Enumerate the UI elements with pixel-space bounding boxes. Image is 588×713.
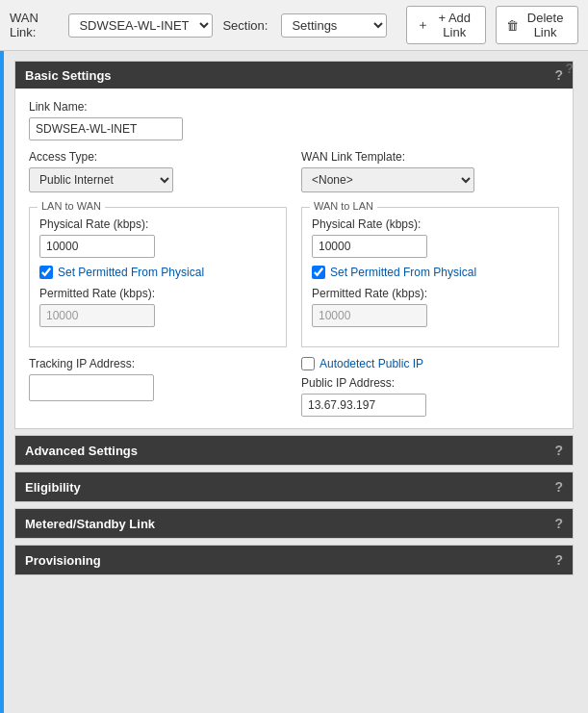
- tracking-autodetect-row: Tracking IP Address: Autodetect Public I…: [29, 357, 559, 417]
- wtl-permitted-group: Permitted Rate (kbps):: [312, 287, 549, 327]
- ltw-checkbox-row: Set Permitted From Physical: [39, 266, 276, 279]
- collapsed-label-3: Provisioning: [25, 553, 101, 568]
- top-bar: WAN Link: SDWSEA-WL-INET Section: Settin…: [0, 0, 588, 51]
- wan-template-col: WAN Link Template: <None>: [301, 150, 559, 192]
- autodetect-checkbox-row: Autodetect Public IP: [301, 357, 559, 370]
- collapsed-label-2: Metered/Standby Link: [25, 517, 155, 531]
- wan-template-label: WAN Link Template:: [301, 150, 559, 164]
- public-ip-input[interactable]: [301, 394, 426, 417]
- collapsed-label-1: Eligibility: [25, 480, 81, 495]
- lan-to-wan-col: LAN to WAN Physical Rate (kbps): Set Per…: [29, 202, 287, 347]
- collapsed-header-2[interactable]: Metered/Standby Link ?: [15, 509, 573, 538]
- wan-link-label: WAN Link:: [10, 11, 55, 39]
- basic-settings-panel: Basic Settings ? Link Name: Access Type:…: [14, 61, 574, 429]
- tracking-ip-label: Tracking IP Address:: [29, 357, 287, 370]
- autodetect-checkbox[interactable]: [301, 357, 315, 370]
- collapsed-help-2[interactable]: ?: [554, 516, 563, 531]
- bandwidth-row: LAN to WAN Physical Rate (kbps): Set Per…: [29, 202, 559, 347]
- collapsed-header-3[interactable]: Provisioning ?: [15, 546, 573, 574]
- collapsed-section-0: Advanced Settings ?: [14, 435, 574, 466]
- ltw-physical-rate-label: Physical Rate (kbps):: [39, 217, 276, 231]
- wtl-physical-rate-input[interactable]: [312, 235, 427, 258]
- wtl-checkbox-row: Set Permitted From Physical: [312, 266, 549, 279]
- collapsed-header-1[interactable]: Eligibility ?: [15, 472, 573, 501]
- section-select[interactable]: Settings: [281, 13, 387, 38]
- ltw-checkbox-label[interactable]: Set Permitted From Physical: [58, 266, 204, 279]
- access-type-select[interactable]: Public Internet: [29, 167, 173, 192]
- wtl-physical-rate-label: Physical Rate (kbps):: [312, 217, 549, 231]
- wtl-permitted-label: Permitted Rate (kbps):: [312, 287, 549, 300]
- lan-to-wan-section: LAN to WAN Physical Rate (kbps): Set Per…: [29, 207, 287, 347]
- trash-icon: 🗑: [506, 18, 519, 33]
- wtl-physical-rate-group: Physical Rate (kbps):: [312, 217, 549, 258]
- basic-settings-body: Link Name: Access Type: Public Internet …: [15, 89, 573, 428]
- wtl-permitted-input[interactable]: [312, 304, 427, 327]
- access-type-label: Access Type:: [29, 150, 287, 164]
- collapsed-help-1[interactable]: ?: [554, 479, 563, 495]
- access-template-row: Access Type: Public Internet WAN Link Te…: [29, 150, 559, 192]
- help-icon-top[interactable]: ?: [565, 61, 574, 76]
- tracking-col: Tracking IP Address:: [29, 357, 287, 417]
- wtl-checkbox-label[interactable]: Set Permitted From Physical: [330, 266, 476, 279]
- public-ip-label: Public IP Address:: [301, 376, 559, 390]
- add-link-button[interactable]: ＋ + Add Link: [406, 6, 486, 44]
- section-label: Section:: [222, 18, 268, 33]
- collapsed-sections: Advanced Settings ? Eligibility ? Metere…: [14, 435, 574, 575]
- autodetect-label[interactable]: Autodetect Public IP: [320, 357, 423, 370]
- delete-link-button[interactable]: 🗑 Delete Link: [496, 6, 578, 44]
- wan-template-select[interactable]: <None>: [301, 167, 474, 192]
- wtl-permitted-checkbox[interactable]: [312, 266, 325, 279]
- collapsed-help-0[interactable]: ?: [554, 443, 563, 458]
- basic-settings-header[interactable]: Basic Settings ?: [15, 62, 573, 89]
- lan-to-wan-legend: LAN to WAN: [38, 200, 105, 212]
- link-name-group: Link Name:: [29, 100, 559, 140]
- wan-link-select[interactable]: SDWSEA-WL-INET: [68, 13, 213, 38]
- basic-settings-help[interactable]: ?: [554, 67, 563, 83]
- main-content: ? Basic Settings ? Link Name: Access Typ…: [0, 51, 588, 713]
- collapsed-section-3: Provisioning ?: [14, 545, 574, 575]
- left-accent: [0, 51, 4, 713]
- collapsed-header-0[interactable]: Advanced Settings ?: [15, 436, 573, 465]
- collapsed-section-2: Metered/Standby Link ?: [14, 508, 574, 539]
- collapsed-section-1: Eligibility ?: [14, 471, 574, 502]
- access-type-col: Access Type: Public Internet: [29, 150, 287, 192]
- collapsed-label-0: Advanced Settings: [25, 444, 138, 458]
- wan-to-lan-legend: WAN to LAN: [310, 200, 377, 212]
- collapsed-help-3[interactable]: ?: [554, 552, 563, 568]
- ltw-permitted-label: Permitted Rate (kbps):: [39, 287, 276, 300]
- link-name-label: Link Name:: [29, 100, 559, 114]
- ltw-physical-rate-input[interactable]: [39, 235, 155, 258]
- tracking-ip-input[interactable]: [29, 374, 154, 401]
- ltw-permitted-input[interactable]: [39, 304, 155, 327]
- wan-to-lan-section: WAN to LAN Physical Rate (kbps): Set Per…: [301, 207, 559, 347]
- wan-to-lan-col: WAN to LAN Physical Rate (kbps): Set Per…: [301, 202, 559, 347]
- autodetect-col: Autodetect Public IP Public IP Address:: [301, 357, 559, 417]
- ltw-permitted-group: Permitted Rate (kbps):: [39, 287, 276, 327]
- ltw-permitted-checkbox[interactable]: [39, 266, 53, 279]
- link-name-input[interactable]: [29, 117, 183, 140]
- ltw-physical-rate-group: Physical Rate (kbps):: [39, 217, 276, 258]
- plus-icon: ＋: [417, 16, 429, 34]
